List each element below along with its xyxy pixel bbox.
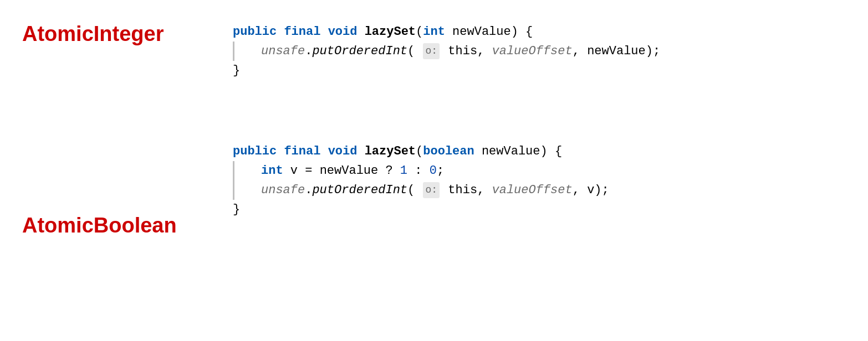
code-bar [233,42,234,61]
code-signature-line-2: public final void lazySet(boolean newVal… [233,142,609,161]
param-newvalue-2: newValue [482,142,540,161]
code-body-line-2b: unsafe.putOrderedInt( o: this, valueOffs… [233,180,609,200]
v-arg: v [587,180,594,200]
newvalue-arg: newValue [587,42,646,61]
put-ordered-int-2: putOrderedInt [312,180,407,200]
value-offset-var-2: valueOffset [492,180,573,200]
code-body-line-2a: int v = newValue ? 1 : 0; [233,161,609,180]
code-body-line-1: unsafe.putOrderedInt( o: this, valueOffs… [233,42,660,61]
section-spacer [0,81,868,114]
newvalue-cond: newValue [320,161,379,180]
label-hint-o-2: o: [423,182,440,198]
number-1: 1 [400,161,407,180]
put-ordered-int: putOrderedInt [312,42,407,61]
var-v: v [290,161,298,180]
unsafe-var: unsafe [261,42,305,61]
keyword-public-2: public [233,142,277,161]
code-bar-2a [233,161,234,180]
this-keyword: this [448,42,477,61]
code-closing-brace-1: } [233,61,660,80]
code-closing-brace-2: } [233,200,609,219]
atomic-integer-code: public final void lazySet(int newValue) … [233,22,660,81]
keyword-void-2: void [328,142,358,161]
method-lazyset: lazySet [365,22,416,42]
keyword-final: final [284,22,320,42]
atomic-integer-label: AtomicInteger [22,22,222,48]
value-offset-var: valueOffset [492,42,573,61]
code-bar-2b [233,180,234,200]
keyword-final-2: final [284,142,320,161]
keyword-int-2: int [261,161,283,180]
code-signature-line-1: public final void lazySet(int newValue) … [233,22,660,42]
keyword-int: int [423,22,445,42]
atomic-boolean-section: AtomicBoolean public final void lazySet(… [0,125,868,240]
label-hint-o: o: [423,43,440,59]
atomic-integer-section: AtomicInteger public final void lazySet(… [0,0,868,81]
unsafe-var-2: unsafe [261,180,305,200]
atomic-boolean-code: public final void lazySet(boolean newVal… [233,142,609,220]
keyword-boolean: boolean [423,142,474,161]
atomic-boolean-label: AtomicBoolean [22,142,222,240]
number-0: 0 [430,161,437,180]
this-keyword-2: this [448,180,477,200]
keyword-public: public [233,22,277,42]
keyword-void: void [328,22,358,42]
method-lazyset-2: lazySet [365,142,416,161]
param-newvalue: newValue [452,22,511,42]
